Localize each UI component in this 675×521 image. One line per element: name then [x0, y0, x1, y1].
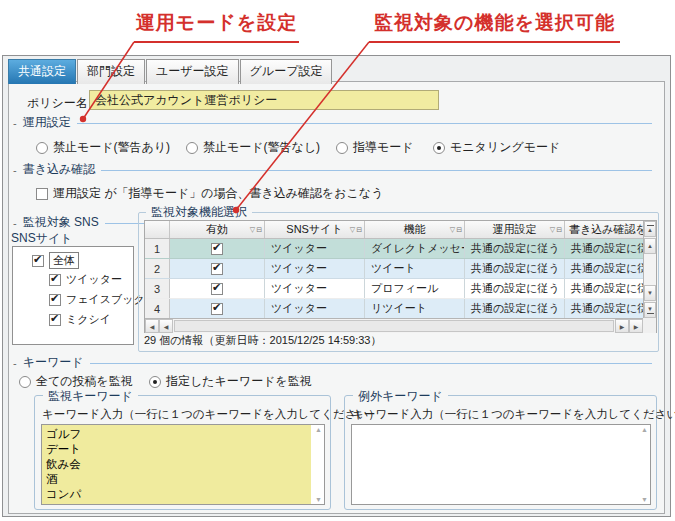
table-row[interactable]: 1 ✔ ツイッター ダイレクトメッセージ 共通の設定に従う 共通の設定に従う: [145, 239, 645, 259]
textarea-scrollbar[interactable]: ▲ ▼: [311, 425, 324, 504]
checkbox-icon[interactable]: ✔: [49, 314, 61, 326]
enabled-cell[interactable]: ✔: [170, 279, 265, 298]
checkbox-icon[interactable]: ✔: [211, 243, 223, 255]
keyword-input-label: キーワード入力（一行に１つのキーワードを入力してください）: [352, 407, 675, 422]
tab-user-settings[interactable]: ユーザー設定: [146, 59, 239, 84]
radio-guidance-mode[interactable]: 指導モード: [336, 139, 414, 156]
row-number: 1: [145, 239, 170, 258]
arrow-down-icon[interactable]: ▼: [641, 496, 648, 503]
annotation-underline-left: [134, 41, 299, 43]
exception-keywords-title: 例外キーワード: [353, 388, 448, 405]
scroll-left-button[interactable]: ◀: [159, 319, 173, 333]
arrow-up-icon[interactable]: ▲: [315, 426, 322, 433]
scroll-top-button[interactable]: ▲: [644, 221, 656, 237]
exception-keywords-groupbox: 例外キーワード キーワード入力（一行に１つのキーワードを入力してください） ▲ …: [344, 395, 657, 510]
group-divider-line: [101, 170, 652, 171]
group-header-keywords: - キーワード: [13, 355, 652, 370]
radio-icon[interactable]: [19, 376, 31, 388]
checkbox-icon[interactable]: ✔: [211, 283, 223, 295]
scroll-up-button[interactable]: ▲: [644, 238, 656, 254]
table-header-row: 有効 ▽⊟ SNSサイト ▽⊟ 機能 ▽⊟ 運用設定 ▽⊟ 書き込み確認をお: [145, 221, 645, 239]
tree-item-mixi[interactable]: ✔ ミクシイ: [49, 312, 111, 327]
radio-icon[interactable]: [149, 376, 161, 388]
exception-keywords-textarea[interactable]: [352, 425, 637, 504]
checkbox-write-confirm[interactable]: ✔ 運用設定 が「指導モード」の場合、書き込み確認をおこなう: [36, 185, 383, 202]
watch-keywords-textarea[interactable]: ゴルフ デート 飲み会 酒 コンパ: [42, 425, 311, 504]
settings-dialog: 共通設定 部門設定 ユーザー設定 グループ設定 ポリシー名： - 運用設定 禁止…: [2, 55, 671, 517]
tree-item-twitter[interactable]: ✔ ツイッター: [49, 272, 122, 287]
check-icon: ✔: [212, 261, 221, 274]
vertical-scrollbar[interactable]: ▲ ▲ ▼ ▼: [643, 221, 656, 318]
watch-keywords-groupbox: 監視キーワード キーワード入力（一行に１つのキーワードを入力してください） ゴル…: [34, 395, 331, 510]
scroll-down-button[interactable]: ▼: [644, 285, 656, 301]
annotation-operation-mode: 運用モードを設定: [134, 10, 299, 36]
checkbox-icon[interactable]: ✔: [211, 303, 223, 315]
tab-department-settings[interactable]: 部門設定: [77, 59, 145, 84]
tab-content-panel: ポリシー名： - 運用設定 禁止モード(警告あり) 禁止モード(警告なし) 指導…: [8, 81, 665, 514]
checkbox-icon[interactable]: ✔: [49, 294, 61, 306]
arrow-up-icon[interactable]: ▲: [641, 426, 648, 433]
filter-icon[interactable]: ▽: [250, 226, 255, 234]
header-enabled: 有効 ▽⊟: [170, 221, 265, 238]
radio-icon[interactable]: [336, 142, 348, 154]
checkbox-icon[interactable]: ✔: [211, 263, 223, 275]
tree-item-label: 全体: [49, 252, 79, 269]
confirm-cell: 共通の設定に従う: [565, 299, 644, 318]
scroll-last-button[interactable]: ▶: [629, 319, 643, 333]
header-write-confirm: 書き込み確認をお: [565, 221, 644, 238]
table-row[interactable]: 3 ✔ ツイッター プロフィール 共通の設定に従う 共通の設定に従う: [145, 279, 645, 299]
filter-icon[interactable]: ▽: [550, 226, 555, 234]
keyword-input-label: キーワード入力（一行に１つのキーワードを入力してください）: [42, 407, 380, 422]
checkbox-label: 運用設定 が「指導モード」の場合、書き込み確認をおこなう: [53, 185, 383, 202]
group-divider-line: [90, 363, 652, 364]
checkbox-icon[interactable]: ✔: [32, 255, 44, 267]
pin-icon[interactable]: ⊟: [356, 226, 362, 234]
site-cell: ツイッター: [265, 299, 365, 318]
scroll-thumb[interactable]: [174, 320, 614, 332]
horizontal-scrollbar[interactable]: ◀ ◀ ▶ ▶: [145, 318, 643, 333]
radio-label: 指導モード: [353, 139, 414, 156]
filter-icon[interactable]: ▽: [450, 226, 455, 234]
scroll-first-button[interactable]: ◀: [145, 319, 159, 333]
tree-item-all[interactable]: ✔ 全体: [32, 252, 79, 269]
tree-item-facebook[interactable]: ✔ フェイスブック: [49, 292, 145, 307]
radio-icon[interactable]: [186, 142, 198, 154]
arrow-down-icon: ▼: [647, 290, 653, 296]
radio-icon[interactable]: [433, 142, 445, 154]
policy-name-input[interactable]: [89, 90, 439, 110]
operation-cell: 共通の設定に従う: [465, 299, 565, 318]
exception-keywords-field: ▲ ▼: [351, 424, 651, 505]
arrow-down-icon[interactable]: ▼: [315, 496, 322, 503]
scroll-bottom-button[interactable]: ▼: [644, 302, 656, 318]
scroll-track[interactable]: [644, 255, 656, 285]
enabled-cell[interactable]: ✔: [170, 259, 265, 278]
checkbox-icon[interactable]: ✔: [49, 274, 61, 286]
enabled-cell[interactable]: ✔: [170, 299, 265, 318]
radio-prohibit-with-warning[interactable]: 禁止モード(警告あり): [36, 139, 170, 156]
radio-icon[interactable]: [36, 142, 48, 154]
pin-icon[interactable]: ⊟: [556, 226, 562, 234]
table-row[interactable]: 4 ✔ ツイッター リツイート 共通の設定に従う 共通の設定に従う: [145, 299, 645, 319]
tab-common-settings[interactable]: 共通設定: [8, 59, 76, 84]
radio-label: 指定したキーワードを監視: [166, 373, 312, 390]
radio-prohibit-no-warning[interactable]: 禁止モード(警告なし): [186, 139, 320, 156]
enabled-cell[interactable]: ✔: [170, 239, 265, 258]
checkbox-icon[interactable]: ✔: [36, 188, 48, 200]
annotation-underline-right: [369, 41, 620, 43]
group-header-operation: - 運用設定: [13, 115, 652, 130]
tab-group-settings[interactable]: グループ設定: [240, 59, 333, 84]
radio-monitoring-mode[interactable]: モニタリングモード: [433, 139, 560, 156]
pin-icon[interactable]: ⊟: [256, 226, 262, 234]
annotation-function-select: 監視対象の機能を選択可能: [369, 10, 620, 36]
textarea-scrollbar[interactable]: ▲ ▼: [637, 425, 650, 504]
scroll-right-button[interactable]: ▶: [615, 319, 629, 333]
pin-icon[interactable]: ⊟: [456, 226, 462, 234]
group-title-write-confirm: 書き込み確認: [23, 161, 96, 178]
filter-icon[interactable]: ▽: [350, 226, 355, 234]
confirm-cell: 共通の設定に従う: [565, 279, 644, 298]
record-count-status: 29 個の情報（更新日時：2015/12/25 14:59:33）: [144, 333, 381, 348]
operation-cell: 共通の設定に従う: [465, 259, 565, 278]
table-row[interactable]: 2 ✔ ツイッター ツイート 共通の設定に従う 共通の設定に従う: [145, 259, 645, 279]
group-title-operation: 運用設定: [23, 114, 71, 131]
radio-monitor-specified-keywords[interactable]: 指定したキーワードを監視: [149, 373, 312, 390]
